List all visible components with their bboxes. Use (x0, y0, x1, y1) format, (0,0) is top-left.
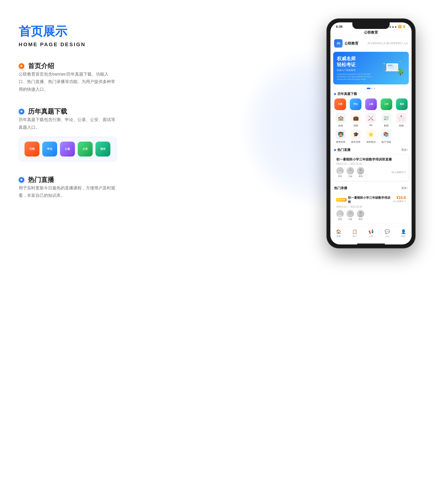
func-icon-xinwen: 📰 (381, 113, 391, 123)
svg-text:●: ● (384, 68, 385, 70)
rec-header-row: 会员免费 初一暑期班小学三年级数学培训班 (336, 196, 391, 204)
rec-avatar-lisi-circle (357, 210, 364, 217)
svg-rect-8 (388, 66, 395, 66)
exam-icons-row[interactable]: 行测 申论 公基 公安 (330, 97, 412, 112)
phone-screen: 6:36 ▲▲▲▲ 🛜 🔋 公联教育 JN 公联教育 (330, 22, 412, 245)
live-section-title: 热门直播 (19, 175, 117, 184)
nav-item-profile[interactable]: 👤 我的 (395, 229, 412, 238)
func-icon-tougao: 📩 (396, 113, 407, 123)
exam-section-label: 历年真题下载 (337, 92, 357, 96)
banner-dot-1 (367, 88, 370, 89)
exam-section-header: 历年真题下载 (330, 90, 412, 97)
live-card-title: 初一暑期班小学三年级数学培训班直播 (336, 158, 406, 162)
banner-dot-2 (371, 88, 373, 89)
avatar-lisi-name: 李四 (358, 175, 363, 178)
func-item-zhaopin[interactable]: 💼 招聘 (348, 113, 364, 127)
func-item-shucheng[interactable]: 📚 电子书城 (378, 129, 394, 144)
svg-point-21 (338, 214, 342, 217)
exam-icon-xingce-label: 行测 (338, 103, 342, 105)
live-dot-icon (19, 177, 24, 183)
func-item-shizi[interactable]: 👨‍🏫 师资培养 (333, 129, 348, 144)
app-content[interactable]: JN 公联教育 昨天登录220人次 累计登录300万+人次 权威名师 轻松考证 … (330, 37, 412, 227)
func-item-pk[interactable]: ⚔️ PK (364, 113, 379, 127)
banner-image: ★ ★ ● (382, 59, 405, 78)
live-card[interactable]: 初一暑期班小学三年级数学培训班直播 2020.5.21 — 2021.05.10… (333, 154, 409, 181)
page-title-chinese: 首页展示 (19, 23, 117, 40)
svg-rect-9 (388, 67, 394, 67)
practice-nav-label: 练习 (352, 235, 357, 238)
bottom-nav: 🏠 主页 📋 练习 📢 公告 💬 论坛 👤 我的 (330, 227, 412, 243)
phone-mockup: 6:36 ▲▲▲▲ 🛜 🔋 公联教育 JN 公联教育 (322, 19, 420, 248)
func-label-pk: PK (369, 124, 372, 127)
svg-point-22 (349, 211, 352, 214)
svg-point-2 (401, 69, 405, 72)
nav-item-notice[interactable]: 📢 公告 (363, 229, 379, 238)
intro-title: 首页介绍 (19, 62, 117, 71)
func-item-tougao[interactable]: 📩 投稿 (394, 113, 409, 127)
svg-point-15 (338, 172, 342, 175)
live-card-date: 2020.5.21 — 2021.05.10 (336, 163, 406, 165)
func-icon-shucheng: 📚 (381, 129, 391, 140)
practice-nav-icon: 📋 (352, 229, 358, 234)
mini-icon-shenlun: 申论 (42, 142, 57, 157)
banner-line1: 权威名师 轻松考证 (337, 56, 374, 68)
live-section-header: 热门直播 更多> (330, 146, 412, 153)
nav-item-forum[interactable]: 💬 论坛 (379, 229, 395, 238)
nav-item-home[interactable]: 🏠 主页 (330, 229, 347, 238)
rec-card[interactable]: 会员免费 初一暑期班小学三年级数学培训班 2020.5.21 — 2021.05… (333, 193, 409, 224)
banner-illustration: ★ ★ ● (382, 59, 405, 78)
rec-avatar-lijun-circle (336, 210, 344, 217)
exam-icon-mianshi[interactable]: 面试 (395, 98, 409, 110)
banner-desc: Living talent education is not to inculc… (337, 73, 374, 81)
notice-nav-label: 公告 (369, 235, 373, 238)
rec-avatars: 李军 王彬 (336, 210, 406, 221)
exam-icon-gongjiao[interactable]: 公基 (364, 98, 378, 110)
app-name: 公联教育 (344, 41, 358, 46)
app-logo-left: JN 公联教育 (334, 39, 358, 48)
func-label-zhengzhi: 实时政治 (366, 140, 376, 144)
app-logo-row: JN 公联教育 昨天登录220人次 累计登录300万+人次 (330, 37, 412, 50)
avatar-wangbin-name: 王彬 (348, 175, 352, 178)
func-item-xiaozhang[interactable]: 🎓 校长培养 (348, 129, 364, 144)
mini-icon-gongan: 公安 (78, 142, 93, 157)
phone-notch (352, 22, 390, 29)
svg-rect-10 (388, 68, 394, 68)
avatar-lijun: 李军 (336, 167, 344, 178)
profile-nav-icon: 👤 (401, 229, 406, 234)
app-header: 公联教育 (330, 29, 412, 37)
avatar-lisi: 李四 (357, 167, 364, 178)
exam-icon-shenlun-label: 申论 (353, 103, 358, 105)
svg-point-17 (348, 172, 352, 175)
vip-badge: 会员免费 (336, 198, 346, 202)
svg-point-16 (349, 168, 352, 171)
banner-sub: 快速入门高效备考 (337, 69, 374, 72)
exam-desc: 历年真题下载包含行测、申论、公基、公安、面试等真题入口。 (19, 116, 117, 131)
func-icon-jigou: 🏫 (336, 113, 346, 123)
func-item-jigou[interactable]: 🏫 机构 (333, 113, 348, 127)
exam-icon-mianshi-label: 面试 (400, 103, 404, 105)
banner[interactable]: 权威名师 轻松考证 快速入门高效备考 Living talent educati… (333, 52, 409, 84)
exam-icon-shenlun[interactable]: 申论 (349, 98, 363, 110)
forum-nav-label: 论坛 (385, 235, 389, 238)
svg-rect-3 (402, 72, 403, 74)
app-header-title: 公联教育 (364, 30, 378, 34)
func-item-zhengzhi[interactable]: ⭐ 实时政治 (364, 129, 379, 144)
live-more-button[interactable]: 更多> (401, 148, 408, 152)
rec-section-label: 热门录播 (334, 186, 347, 190)
func-label-xiaozhang: 校长培养 (351, 140, 360, 144)
svg-point-24 (359, 211, 362, 214)
rec-more-button[interactable]: 更多> (401, 186, 408, 190)
svg-point-18 (359, 168, 362, 171)
rec-title: 初一暑期班小学三年级数学培训班 (348, 196, 391, 204)
wifi-icon: 🛜 (398, 25, 401, 28)
exam-icon-xingce[interactable]: 行测 (333, 98, 347, 110)
jn-logo: JN (334, 39, 343, 48)
func-icon-pk: ⚔️ (366, 113, 376, 123)
func-item-xinwen[interactable]: 📰 新闻 (378, 113, 394, 127)
exam-blue-dot (334, 93, 336, 95)
exam-icon-gongan[interactable]: 公安 (379, 98, 393, 110)
nav-item-practice[interactable]: 📋 练习 (347, 229, 363, 238)
rec-section-header: 热门录播 更多> (330, 184, 412, 192)
rec-avatar-wangbin-name: 王彬 (348, 218, 352, 221)
svg-point-23 (348, 214, 352, 217)
